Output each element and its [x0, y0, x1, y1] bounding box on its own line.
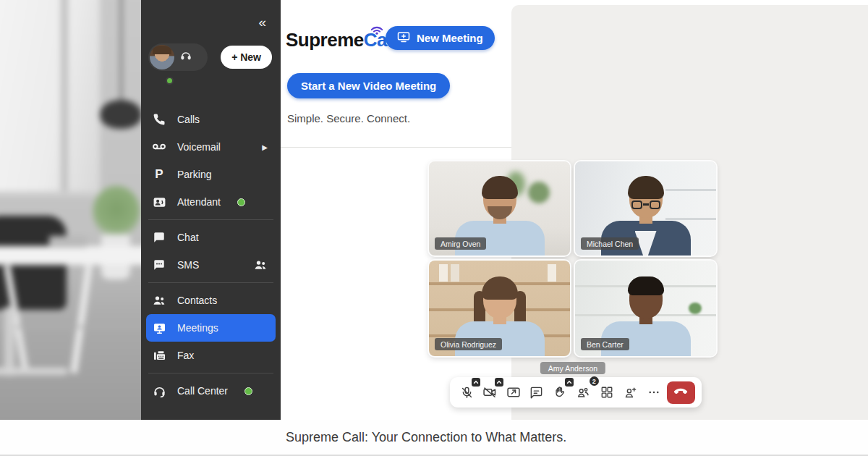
- raise-hand-button[interactable]: [550, 382, 570, 402]
- menu-divider: [148, 282, 273, 283]
- chat-button[interactable]: [527, 382, 547, 402]
- online-status-dot: [244, 387, 252, 395]
- collapse-sidebar-icon[interactable]: «: [258, 14, 265, 30]
- meetings-icon: [151, 321, 167, 335]
- menu-divider: [148, 373, 273, 373]
- voicemail-icon: [151, 140, 167, 154]
- end-call-icon: [673, 387, 688, 398]
- contacts-icon: [151, 293, 167, 308]
- sidebar-item-label: Attendant: [177, 196, 221, 208]
- sidebar: « + New Calls Voicemail ▶: [141, 0, 281, 420]
- sidebar-item-label: Fax: [177, 350, 194, 361]
- phone-icon: [151, 113, 167, 126]
- participants-button[interactable]: 2: [574, 382, 594, 402]
- participant-tile[interactable]: Ben Carter: [575, 261, 716, 356]
- participant-name: Olivia Rodriguez: [435, 338, 502, 350]
- headset-status-icon: [180, 50, 192, 64]
- online-status-dot: [166, 77, 174, 85]
- participant-name: Amirg Oven: [435, 237, 486, 250]
- grid-view-button[interactable]: [597, 382, 617, 402]
- sidebar-item-label: Calls: [177, 114, 200, 125]
- sidebar-item-call-center[interactable]: Call Center: [141, 377, 281, 405]
- section-divider: [281, 147, 511, 148]
- chevron-right-icon[interactable]: ▶: [262, 143, 268, 151]
- add-person-button[interactable]: [620, 382, 640, 402]
- sidebar-item-label: SMS: [177, 259, 199, 271]
- user-avatar: [150, 45, 174, 69]
- brand-supreme: Supreme: [286, 29, 364, 51]
- mic-muted-button[interactable]: [456, 382, 477, 402]
- mic-options-caret[interactable]: [472, 378, 480, 387]
- participant-name: Ben Carter: [581, 338, 629, 350]
- screen-share-button[interactable]: [503, 382, 524, 402]
- menu-divider: [148, 219, 273, 220]
- supremecall-og-image: « + New Calls Voicemail ▶: [0, 0, 868, 456]
- new-meeting-label: New Meeting: [417, 32, 483, 44]
- sidebar-item-label: Voicemail: [177, 141, 221, 153]
- new-meeting-button[interactable]: New Meeting: [386, 26, 495, 50]
- end-call-button[interactable]: [667, 381, 695, 404]
- participant-tile[interactable]: Amirg Oven: [429, 161, 570, 256]
- more-options-button[interactable]: [644, 382, 664, 402]
- attendant-icon: [151, 195, 167, 209]
- camera-options-caret[interactable]: [495, 378, 503, 387]
- sidebar-item-contacts[interactable]: Contacts: [141, 287, 281, 314]
- glasses: [630, 200, 662, 211]
- footer: Supreme Call: Your Connection to What Ma…: [0, 420, 868, 456]
- hero-tagline: Simple. Secure. Connect.: [287, 112, 410, 124]
- sidebar-item-meetings[interactable]: Meetings: [146, 314, 276, 342]
- active-speaker-badge: Amy Anderson: [540, 362, 605, 374]
- new-button[interactable]: + New: [221, 46, 272, 69]
- sidebar-item-fax[interactable]: Fax: [141, 342, 281, 369]
- video-grid: Amirg Oven Michael Chen Olivia Rodriguez…: [429, 161, 716, 356]
- sidebar-item-attendant[interactable]: Attendant: [141, 188, 281, 216]
- start-video-meeting-button[interactable]: Start a New Video Meeting: [287, 73, 450, 98]
- sidebar-item-voicemail[interactable]: Voicemail ▶: [141, 133, 281, 161]
- camera-off-button[interactable]: [480, 382, 500, 402]
- sidebar-item-calls[interactable]: Calls: [141, 106, 281, 133]
- office-background-photo: [0, 0, 141, 420]
- chat-icon: [151, 231, 167, 244]
- sidebar-item-label: Call Center: [177, 385, 228, 397]
- video-plus-icon: [397, 31, 410, 45]
- online-status-dot: [237, 198, 245, 206]
- meeting-toolbar: 2: [450, 377, 702, 408]
- sidebar-item-chat[interactable]: Chat: [141, 224, 281, 251]
- participant-tile[interactable]: Michael Chen: [575, 161, 716, 256]
- wifi-signal-icon: [369, 17, 385, 40]
- sidebar-item-label: Meetings: [177, 322, 218, 334]
- sidebar-item-label: Contacts: [177, 295, 217, 306]
- participant-tile[interactable]: Olivia Rodriguez: [429, 261, 570, 356]
- sidebar-item-sms[interactable]: SMS: [141, 251, 281, 279]
- profile-pill[interactable]: [148, 43, 208, 71]
- sidebar-menu: Calls Voicemail ▶ P Parking Attendant: [141, 106, 281, 405]
- fax-icon: [151, 349, 167, 363]
- hand-options-caret[interactable]: [565, 378, 574, 387]
- sms-icon: [151, 258, 167, 271]
- sidebar-item-parking[interactable]: P Parking: [141, 161, 281, 188]
- participant-name: Michael Chen: [581, 237, 639, 250]
- footer-tagline: Supreme Call: Your Connection to What Ma…: [286, 430, 566, 445]
- headset-icon: [151, 384, 167, 398]
- sidebar-item-label: Chat: [177, 232, 199, 243]
- sidebar-item-label: Parking: [177, 169, 211, 180]
- people-icon: [253, 258, 268, 272]
- parking-icon: P: [151, 167, 167, 182]
- brand-logo: SupremeCall: [286, 29, 396, 51]
